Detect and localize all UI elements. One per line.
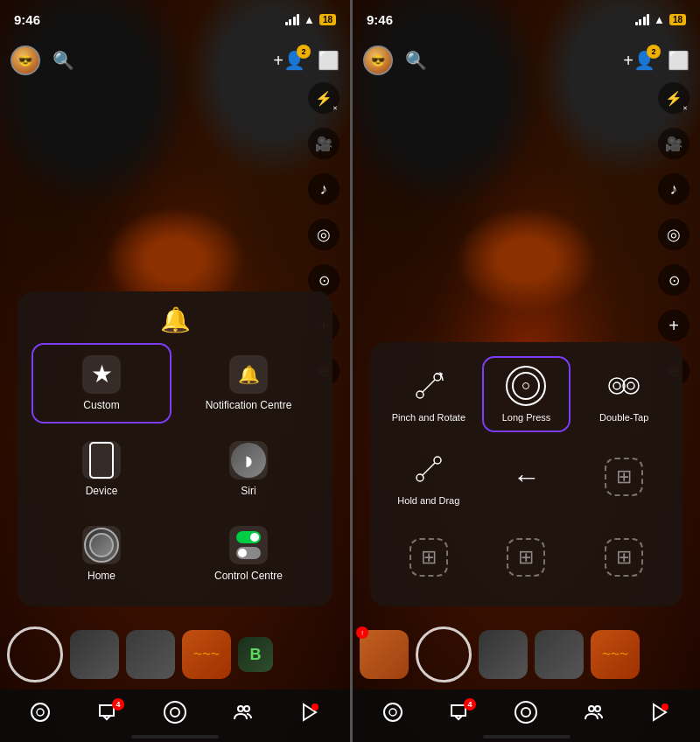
back-symbol: ← [512,461,540,494]
music-btn-left[interactable]: ♪ [308,173,340,205]
add-friend-container-right[interactable]: +👤 2 [623,50,655,71]
bitmoji-badge-icon: ! [361,630,363,637]
flash-x-left: ✕ [332,105,338,112]
add-friend-container-left[interactable]: +👤 2 [273,50,305,71]
signal-bar-r1 [635,22,638,25]
svg-point-14 [416,474,424,481]
long-press-label: Long Press [502,412,551,424]
tab-chat-right[interactable]: 4 [448,702,469,723]
signal-bar-1 [285,22,288,25]
tray-thumb1-left[interactable] [70,630,119,679]
home-icon [84,528,119,563]
menu-item-device[interactable]: Device [32,430,172,508]
gesture-double-tap[interactable]: Double-Tap [579,356,668,432]
status-time-right: 9:46 [367,12,393,27]
signal-bar-4 [297,14,299,25]
add-friend-badge-right: 2 [647,45,661,59]
capture-circle-left[interactable] [7,626,63,682]
toggle-off [236,547,261,559]
svg-point-19 [515,702,536,723]
toggle-on [236,531,261,543]
svg-point-4 [238,706,243,711]
avatar-right[interactable]: 😎 [363,46,393,75]
toggle-knob-on [250,533,259,542]
tray-bitmoji-left[interactable]: B [238,637,273,672]
control-label: Control Centre [214,570,283,582]
tab-map-right[interactable] [382,702,403,723]
tab-stories-left[interactable] [299,702,320,723]
tab-friends-left[interactable] [233,702,254,723]
tray-thumb3-right[interactable]: 〜〜〜 [591,630,640,679]
music-btn-right[interactable]: ♪ [658,173,690,205]
status-icons-right: ▲ 18 [635,13,687,26]
capture-circle-right[interactable] [416,626,472,682]
gesture-hold-drag[interactable]: Hold and Drag [384,441,473,514]
pinch-rotate-svg [410,367,448,405]
scan-btn-right[interactable]: ◎ [658,219,690,250]
camera-btn-right[interactable]: ⊙ [658,264,690,296]
scan-btn-left[interactable]: ◎ [308,219,340,250]
menu-item-siri[interactable]: ◗ Siri [178,430,318,508]
menu-item-control[interactable]: Control Centre [178,515,318,592]
plus-icon-right: + [668,316,679,336]
menu-item-notification[interactable]: 🔔 Notification Centre [178,343,318,424]
video-btn-left[interactable]: 🎥 [308,128,340,159]
concentric-dot [522,382,529,389]
menu-item-custom[interactable]: ★ Custom [32,343,172,424]
gesture-empty-4[interactable]: ⊞ [579,522,668,592]
stories-badge-left [312,704,318,710]
bitmoji-icon-left[interactable]: ⬜ [318,50,340,71]
signal-bar-r2 [639,19,641,25]
svg-line-16 [423,463,435,475]
tab-camera-right[interactable] [514,700,538,724]
tab-stories-right[interactable] [649,702,670,723]
svg-point-1 [37,709,44,716]
nav-left-right: 😎 🔍 [363,46,427,75]
gesture-empty-2[interactable]: ⊞ [384,522,473,592]
tray-thumb1-right[interactable] [479,630,528,679]
tab-chat-left[interactable]: 4 [96,702,117,723]
tray-thumb2-right[interactable] [535,630,584,679]
tray-thumb2-left[interactable] [126,630,175,679]
bitmoji-icon-right[interactable]: ⬜ [668,50,690,71]
search-icon-right[interactable]: 🔍 [405,50,427,71]
menu-item-home[interactable]: Home [32,515,172,592]
tray-circle-left [7,626,63,682]
flash-btn-left[interactable]: ⚡ ✕ [308,82,340,114]
gesture-empty-1[interactable]: ⊞ [579,441,668,514]
gesture-long-press[interactable]: Long Press [482,356,571,432]
tab-camera-left[interactable] [163,700,187,724]
svg-point-3 [171,708,179,717]
video-btn-right[interactable]: 🎥 [658,128,690,159]
top-nav-left: 😎 🔍 +👤 2 ⬜ [0,38,350,82]
gesture-grid: Pinch and Rotate Long Press [384,356,668,592]
left-phone-panel: 9:46 ▲ 18 😎 🔍 +👤 2 ⬜ [0,0,350,742]
gesture-empty-3[interactable]: ⊞ [482,522,571,592]
status-bar-left: 9:46 ▲ 18 [0,0,350,38]
empty-plus-1: ⊞ [605,458,643,496]
thumb-dark-r1 [479,630,528,679]
siri-symbol: ◗ [245,452,252,469]
gesture-pinch-rotate[interactable]: Pinch and Rotate [384,356,473,432]
tab-friends-right[interactable] [584,702,605,723]
friends-icon-right [584,702,605,723]
audio-wave: 〜〜〜 [193,648,220,661]
avatar-left[interactable]: 😎 [10,46,40,75]
tab-map-left[interactable] [30,702,51,723]
svg-point-20 [522,708,530,717]
svg-point-15 [434,457,441,464]
flash-x-right: ✕ [682,105,688,112]
notif-icon-row: 🔔 [160,305,191,334]
flash-btn-right[interactable]: ⚡ ✕ [658,82,690,114]
wifi-icon-right: ▲ [654,13,665,26]
tray-thumb3-left[interactable]: 〜〜〜 [182,630,231,679]
tray-bitmoji-right[interactable]: ! [360,630,409,679]
svg-point-13 [627,382,634,389]
gesture-back[interactable]: ← [482,441,571,514]
home-label: Home [88,570,116,582]
flash-icon-right: ⚡ [665,90,682,107]
plus-btn-right[interactable]: + [658,310,690,341]
bell-symbol: 🔔 [238,364,260,385]
search-icon-left[interactable]: 🔍 [52,50,74,71]
thumb-audio-right: 〜〜〜 [591,630,640,679]
